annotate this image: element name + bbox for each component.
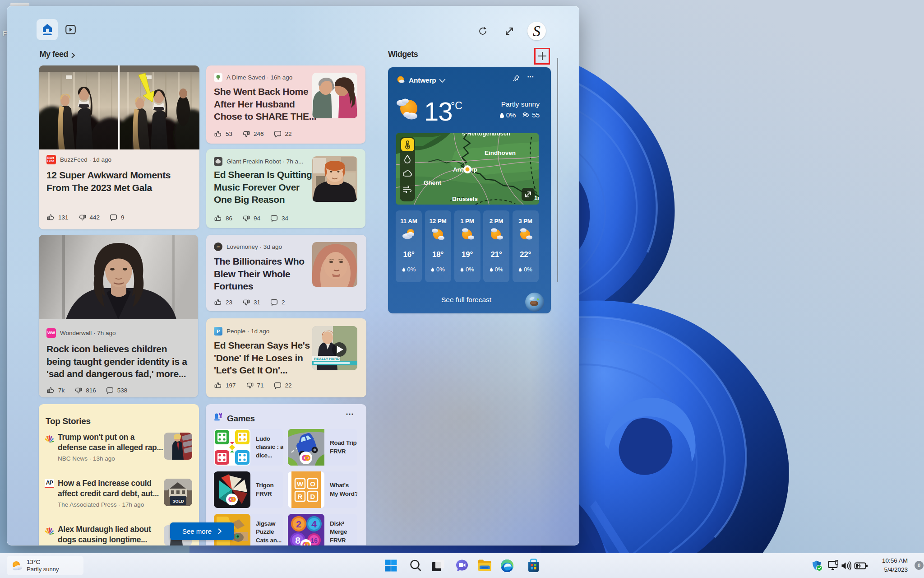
svg-text:Ghent: Ghent [424,179,442,186]
svg-text:W: W [297,480,304,488]
svg-text:8: 8 [295,535,300,545]
svg-text:2: 2 [296,519,301,529]
svg-text:SOLD: SOLD [172,499,184,503]
svg-text:16: 16 [310,537,318,544]
svg-text:4: 4 [311,519,317,529]
svg-text:s-Hertogenbosch: s-Hertogenbosch [462,133,510,137]
svg-text:REALLY HARD: REALLY HARD [314,357,340,361]
svg-text:Eindhoven: Eindhoven [485,149,516,156]
svg-text:1a: 1a [534,195,539,201]
svg-text:Brussels: Brussels [452,196,478,202]
svg-text:D: D [310,493,315,500]
svg-text:R: R [298,493,303,500]
svg-text:O: O [310,480,315,488]
